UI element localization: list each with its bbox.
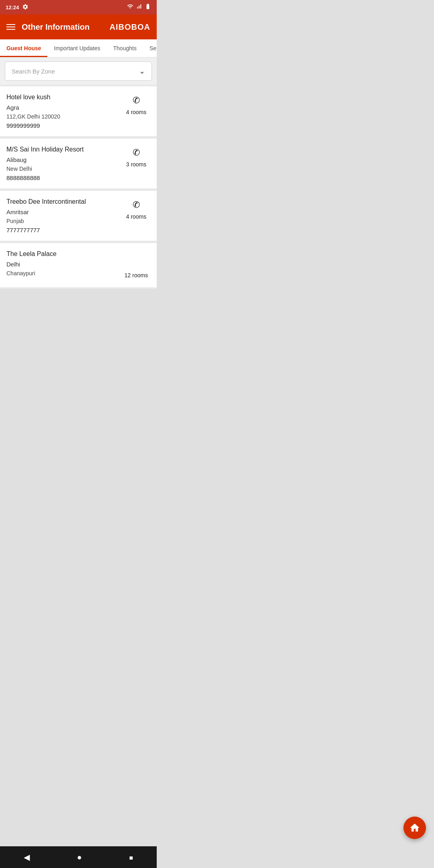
phone-icon-2[interactable]: ✆ <box>133 200 140 210</box>
rooms-label-3: 12 rooms <box>125 272 148 278</box>
app-bar-brand: AIBOBOA <box>110 23 150 32</box>
card-left-2: Treebo Dee Intercontinental Amritsar Pun… <box>6 198 122 233</box>
card-phone-2: 7777777777 <box>6 227 122 233</box>
signal-icon <box>136 3 142 11</box>
status-time: 12:24 <box>6 4 19 10</box>
card-name-2: Treebo Dee Intercontinental <box>6 198 122 205</box>
guest-house-card-2[interactable]: Treebo Dee Intercontinental Amritsar Pun… <box>0 191 157 241</box>
card-zone-1: Alibaug <box>6 156 122 163</box>
settings-icon <box>22 4 29 11</box>
tab-thoughts[interactable]: Thoughts <box>107 39 143 57</box>
status-left: 12:24 <box>6 4 29 11</box>
status-right <box>127 3 151 11</box>
phone-icon-1[interactable]: ✆ <box>133 147 140 158</box>
card-name-0: Hotel love kush <box>6 94 122 101</box>
search-placeholder: Search By Zone <box>12 68 55 75</box>
card-left-0: Hotel love kush Agra 112,GK Delhi 120020… <box>6 94 122 129</box>
card-left-1: M/S Sai Inn Holiday Resort Alibaug New D… <box>6 146 122 181</box>
app-bar-left: Other Information <box>6 23 90 32</box>
chevron-down-icon: ⌄ <box>139 67 145 76</box>
card-zone-0: Agra <box>6 104 122 111</box>
guest-house-card-0[interactable]: Hotel love kush Agra 112,GK Delhi 120020… <box>0 86 157 136</box>
card-address-0: 112,GK Delhi 120020 <box>6 113 122 120</box>
app-bar-title: Other Information <box>22 23 90 32</box>
rooms-label-0: 4 rooms <box>126 109 147 115</box>
guest-house-card-3[interactable]: The Leela Palace Delhi Chanaypuri 12 roo… <box>0 243 157 287</box>
wifi-icon <box>127 3 133 11</box>
card-phone-0: 9999999999 <box>6 122 122 129</box>
card-left-3: The Leela Palace Delhi Chanaypuri <box>6 250 122 279</box>
card-right-1: ✆ 3 rooms <box>122 146 150 168</box>
card-right-0: ✆ 4 rooms <box>122 94 150 115</box>
card-address-1: New Delhi <box>6 166 122 172</box>
search-container: Search By Zone ⌄ <box>0 57 157 85</box>
battery-icon <box>145 3 151 11</box>
card-address-2: Punjab <box>6 218 122 224</box>
card-name-3: The Leela Palace <box>6 250 122 258</box>
tab-guest-house[interactable]: Guest House <box>0 39 47 57</box>
tab-service[interactable]: Service <box>143 39 157 57</box>
card-name-1: M/S Sai Inn Holiday Resort <box>6 146 122 153</box>
guest-house-card-1[interactable]: M/S Sai Inn Holiday Resort Alibaug New D… <box>0 139 157 188</box>
card-address-3: Chanaypuri <box>6 270 122 276</box>
card-right-3: 12 rooms <box>122 250 150 278</box>
phone-icon-0[interactable]: ✆ <box>133 95 140 106</box>
card-zone-2: Amritsar <box>6 209 122 215</box>
card-right-2: ✆ 4 rooms <box>122 198 150 220</box>
tab-bar: Guest House Important Updates Thoughts S… <box>0 39 157 57</box>
status-bar: 12:24 <box>0 0 157 14</box>
rooms-label-1: 3 rooms <box>126 161 147 168</box>
app-bar: Other Information AIBOBOA <box>0 14 157 39</box>
rooms-label-2: 4 rooms <box>126 213 147 220</box>
hamburger-menu-icon[interactable] <box>6 24 15 30</box>
card-phone-1: 8888888888 <box>6 174 122 181</box>
card-zone-3: Delhi <box>6 261 122 268</box>
guest-house-list: Hotel love kush Agra 112,GK Delhi 120020… <box>0 85 157 289</box>
search-by-zone-dropdown[interactable]: Search By Zone ⌄ <box>5 61 152 81</box>
tab-important-updates[interactable]: Important Updates <box>47 39 106 57</box>
